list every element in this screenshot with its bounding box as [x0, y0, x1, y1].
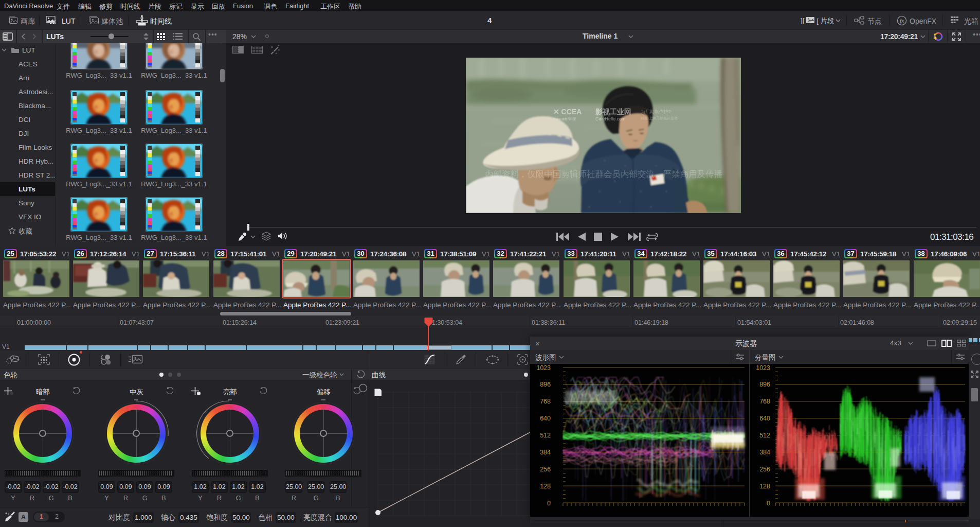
svg-text:896: 896	[540, 381, 551, 388]
svg-text:CineHello.com: CineHello.com	[595, 116, 626, 121]
svg-text:640: 640	[540, 415, 551, 422]
svg-text:768: 768	[540, 398, 551, 405]
svg-text:内部资料，仅限中国剪辑师社群会员内部交流，严禁商用及传播: 内部资料，仅限中国剪辑师社群会员内部交流，严禁商用及传播	[485, 169, 722, 179]
svg-text:✕ CCEA: ✕ CCEA	[553, 108, 582, 116]
svg-text:1023: 1023	[756, 364, 770, 372]
svg-text:粉丝·上百万影视从业者: 粉丝·上百万影视从业者	[641, 116, 678, 120]
svg-text:128: 128	[759, 483, 770, 490]
svg-text:中国影视教育联盟: 中国影视教育联盟	[553, 117, 576, 121]
svg-text:为后期制作护P: 为后期制作护P	[641, 109, 672, 114]
svg-text:640: 640	[759, 415, 770, 422]
svg-text:fx: fx	[900, 19, 904, 24]
svg-text:256: 256	[759, 466, 770, 473]
svg-text:128: 128	[540, 483, 551, 490]
svg-text:1023: 1023	[536, 364, 551, 372]
svg-text:384: 384	[540, 449, 551, 456]
svg-text:0: 0	[767, 500, 770, 507]
svg-text:影视工业网: 影视工业网	[595, 108, 631, 116]
svg-text:512: 512	[540, 432, 551, 439]
svg-text:384: 384	[759, 449, 770, 456]
svg-text:256: 256	[540, 466, 551, 473]
svg-text:768: 768	[759, 398, 770, 405]
svg-text:0: 0	[547, 500, 551, 507]
svg-text:512: 512	[759, 432, 770, 439]
svg-text:896: 896	[759, 381, 770, 388]
